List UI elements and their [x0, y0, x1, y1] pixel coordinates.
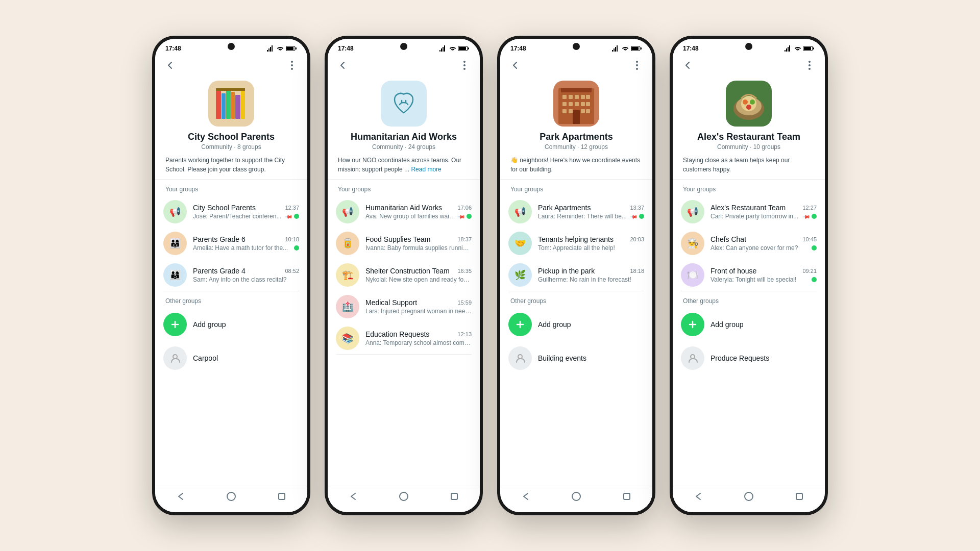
app-header	[155, 54, 307, 77]
community-avatar	[208, 81, 254, 127]
app-header	[673, 54, 825, 77]
more-menu-button[interactable]	[630, 58, 644, 72]
group-item[interactable]: 🥫 Food Supplies Team 18:37 Ivanna: Baby …	[328, 228, 480, 259]
home-nav-button[interactable]	[571, 491, 581, 504]
group-avatar: 👨‍👩‍👧	[163, 232, 187, 255]
add-group-label: Add group	[710, 320, 744, 329]
more-menu-button[interactable]	[457, 58, 472, 72]
more-menu-button[interactable]	[802, 58, 817, 72]
add-group-button[interactable]: Add group	[673, 308, 825, 341]
add-group-button[interactable]: Add group	[500, 308, 652, 341]
group-preview: Amelia: Have a math tutor for the...	[193, 244, 292, 252]
group-item[interactable]: 📢 Humanitarian Aid Works 17:06 Ava: New …	[328, 196, 480, 228]
other-groups-label: Other groups	[673, 291, 825, 308]
phone-humanitarian: 17:48	[325, 36, 483, 515]
group-item[interactable]: 🏥 Medical Support 15:59 Lars: Injured pr…	[328, 291, 480, 322]
group-item[interactable]: 🌿 Pickup in the park 18:18 Guilherme: No…	[500, 259, 652, 291]
svg-rect-47	[562, 109, 567, 113]
recents-nav-button[interactable]	[277, 491, 287, 504]
group-preview: Sam: Any info on the class recital?	[193, 276, 299, 283]
community-avatar	[553, 81, 599, 127]
back-button[interactable]	[681, 58, 695, 72]
home-nav-button[interactable]	[226, 491, 236, 504]
group-time: 08:52	[285, 268, 299, 274]
other-group-label: Carpool	[193, 354, 218, 362]
status-time: 17:48	[510, 45, 526, 52]
groups-scroll-area[interactable]: Your groups 📢 City School Parents 12:37 …	[155, 180, 307, 486]
phone-park-apartments: 17:48	[497, 36, 655, 515]
group-item[interactable]: 📚 Education Requests 12:13 Anna: Tempora…	[328, 322, 480, 354]
svg-point-33	[636, 68, 638, 70]
svg-rect-36	[561, 88, 592, 92]
back-button[interactable]	[508, 58, 523, 72]
svg-rect-9	[222, 93, 226, 119]
svg-rect-12	[235, 95, 240, 119]
groups-scroll-area[interactable]: Your groups 📢 Humanitarian Aid Works 17:…	[328, 180, 480, 486]
back-nav-button[interactable]	[348, 491, 358, 504]
svg-point-15	[173, 355, 177, 359]
group-item[interactable]: 👨‍👩‍👦 Parents Grade 4 08:52 Sam: Any inf…	[155, 259, 307, 291]
other-group-icon	[163, 346, 187, 370]
recents-nav-button[interactable]	[622, 491, 632, 504]
group-name: Education Requests	[365, 330, 429, 338]
other-group-item[interactable]: Building events	[500, 341, 652, 375]
svg-point-53	[572, 492, 580, 500]
group-info: Education Requests 12:13 Anna: Temporary…	[365, 330, 472, 346]
more-menu-button[interactable]	[285, 58, 299, 72]
group-item[interactable]: 👨‍🍳 Chefs Chat 10:45 Alex: Can anyone co…	[673, 228, 825, 259]
group-preview: Valeryia: Tonight will be special!	[710, 276, 810, 283]
read-more-link[interactable]: Read more	[411, 166, 441, 173]
svg-point-69	[691, 355, 695, 359]
svg-rect-41	[586, 95, 590, 99]
group-item[interactable]: 🍽️ Front of house 09:21 Valeryia: Tonigh…	[673, 259, 825, 291]
group-avatar: 🏗️	[336, 263, 359, 287]
bottom-navigation	[155, 486, 307, 512]
back-button[interactable]	[336, 58, 350, 72]
svg-rect-10	[226, 90, 231, 119]
group-preview: Carl: Private party tomorrow in...	[710, 213, 801, 220]
other-group-label: Building events	[538, 354, 586, 362]
add-group-button[interactable]: Add group	[155, 308, 307, 341]
svg-rect-14	[216, 88, 245, 91]
back-nav-button[interactable]	[176, 491, 186, 504]
add-group-icon	[508, 313, 532, 336]
other-group-item[interactable]: Carpool	[155, 341, 307, 375]
group-avatar: 🤝	[508, 232, 532, 255]
back-nav-button[interactable]	[521, 491, 531, 504]
home-nav-button[interactable]	[744, 491, 754, 504]
group-info: Chefs Chat 10:45 Alex: Can anyone cover …	[710, 235, 817, 252]
other-group-item[interactable]: Produce Requests	[673, 341, 825, 375]
unread-dot	[639, 214, 644, 219]
svg-point-59	[808, 61, 811, 63]
app-header	[500, 54, 652, 77]
group-time: 17:06	[457, 205, 472, 211]
group-name: Pickup in the park	[538, 267, 595, 275]
group-item[interactable]: 📢 Alex's Restaurant Team 12:27 Carl: Pri…	[673, 196, 825, 228]
group-info: Alex's Restaurant Team 12:27 Carl: Priva…	[710, 204, 817, 220]
group-item[interactable]: 📢 Park Apartments 13:37 Laura: Reminder:…	[500, 196, 652, 228]
unread-dot	[467, 214, 472, 219]
svg-rect-26	[451, 493, 457, 499]
groups-scroll-area[interactable]: Your groups 📢 Alex's Restaurant Team 12:…	[673, 180, 825, 486]
svg-point-60	[808, 64, 811, 66]
recents-nav-button[interactable]	[794, 491, 804, 504]
groups-scroll-area[interactable]: Your groups 📢 Park Apartments 13:37 Laur…	[500, 180, 652, 486]
group-item[interactable]: 📢 City School Parents 12:37 José: Parent…	[155, 196, 307, 228]
recents-nav-button[interactable]	[449, 491, 459, 504]
svg-point-16	[227, 492, 235, 500]
home-nav-button[interactable]	[399, 491, 409, 504]
back-button[interactable]	[163, 58, 178, 72]
group-item[interactable]: 🤝 Tenants helping tenants 20:03 Tom: App…	[500, 228, 652, 259]
svg-point-5	[291, 64, 293, 66]
group-name: Humanitarian Aid Works	[365, 204, 442, 212]
group-avatar: 🌿	[508, 263, 532, 287]
status-time: 17:48	[165, 45, 181, 52]
group-avatar: 👨‍👩‍👦	[163, 263, 187, 287]
back-nav-button[interactable]	[693, 491, 703, 504]
svg-point-22	[463, 61, 465, 63]
group-item[interactable]: 👨‍👩‍👧 Parents Grade 6 10:18 Amelia: Have…	[155, 228, 307, 259]
group-item[interactable]: 🏗️ Shelter Construction Team 16:35 Nykol…	[328, 259, 480, 291]
group-avatar: 📢	[508, 200, 532, 223]
community-name: City School Parents	[155, 132, 307, 142]
pin-icon: 📌	[802, 212, 811, 220]
